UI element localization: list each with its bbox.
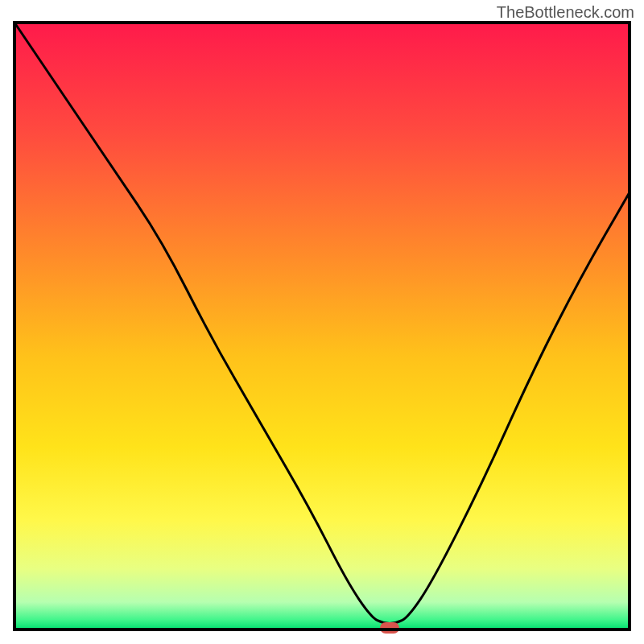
bottleneck-chart bbox=[0, 0, 644, 644]
watermark-label: TheBottleneck.com bbox=[497, 3, 634, 22]
plot-background bbox=[14, 23, 630, 630]
chart-container: TheBottleneck.com bbox=[0, 0, 644, 644]
